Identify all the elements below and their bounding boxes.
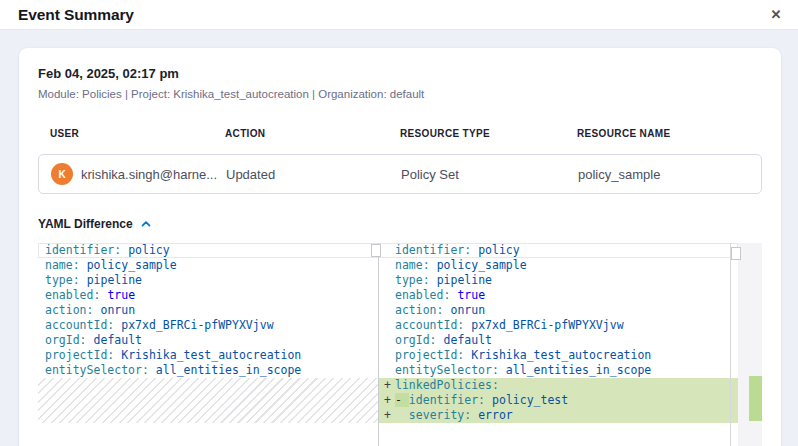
audit-table: USER ACTION RESOURCE TYPE RESOURCE NAME … (38, 128, 762, 194)
yaml-line: enabled:true (379, 288, 738, 303)
yaml-added-line: +- identifier:policy_test (379, 393, 738, 408)
column-header-action: ACTION (225, 128, 400, 139)
yaml-line: entitySelector:all_entities_in_scope (38, 363, 378, 378)
table-header-row: USER ACTION RESOURCE TYPE RESOURCE NAME (38, 128, 762, 139)
yaml-added-line: + severity:error (379, 408, 738, 423)
table-row: K krishika.singh@harne... Updated Policy… (38, 154, 762, 194)
user-avatar: K (51, 163, 73, 185)
yaml-line: identifier:policy (38, 243, 378, 258)
diff-right-pane[interactable]: identifier:policy name:policy_sample typ… (379, 243, 738, 446)
cursor-marker (371, 244, 381, 257)
resource-type-cell: Policy Set (401, 167, 578, 182)
diff-left-pane[interactable]: identifier:policy name:policy_sample typ… (38, 243, 378, 446)
event-meta: Module: Policies | Project: Krishika_tes… (38, 88, 762, 100)
yaml-difference-label: YAML Difference (38, 217, 133, 231)
yaml-line: type:pipeline (38, 273, 378, 288)
event-card: Feb 04, 2025, 02:17 pm Module: Policies … (19, 48, 781, 446)
close-icon[interactable]: ✕ (764, 3, 788, 27)
yaml-line: enabled:true (38, 288, 378, 303)
yaml-line: action:onrun (379, 303, 738, 318)
overview-ruler[interactable] (738, 243, 762, 446)
yaml-line: projectId:Krishika_test_autocreation (379, 348, 738, 363)
user-email: krishika.singh@harne... (81, 167, 217, 182)
editor-scrollbar-border (730, 243, 731, 446)
column-header-resource-name: RESOURCE NAME (577, 128, 762, 139)
yaml-line: accountId:px7xd_BFRCi-pfWPYXVjvw (379, 318, 738, 333)
cursor-marker (731, 247, 741, 260)
diff-hatch-region (38, 378, 378, 423)
yaml-line: orgId:default (38, 333, 378, 348)
yaml-line: name:policy_sample (38, 258, 378, 273)
yaml-line: name:policy_sample (379, 258, 738, 273)
yaml-line: projectId:Krishika_test_autocreation (38, 348, 378, 363)
column-header-user: USER (50, 128, 225, 139)
yaml-line: orgId:default (379, 333, 738, 348)
column-header-resource-type: RESOURCE TYPE (400, 128, 577, 139)
yaml-line: identifier:policy (379, 243, 738, 258)
resource-name-cell: policy_sample (578, 167, 761, 182)
yaml-difference-section-header: YAML Difference (38, 217, 762, 231)
user-cell: K krishika.singh@harne... (51, 163, 226, 185)
action-cell: Updated (226, 167, 401, 182)
yaml-line: accountId:px7xd_BFRCi-pfWPYXVjvw (38, 318, 378, 333)
chevron-up-icon[interactable] (140, 218, 152, 230)
yaml-line: action:onrun (38, 303, 378, 318)
yaml-diff-editor: identifier:policy name:policy_sample typ… (38, 243, 762, 446)
page-title: Event Summary (18, 6, 134, 24)
avatar-initial: K (58, 169, 65, 180)
added-region-marker (749, 376, 762, 421)
event-timestamp: Feb 04, 2025, 02:17 pm (38, 66, 762, 81)
yaml-line: type:pipeline (379, 273, 738, 288)
yaml-line: entitySelector:all_entities_in_scope (379, 363, 738, 378)
modal-body: Feb 04, 2025, 02:17 pm Module: Policies … (0, 30, 798, 446)
header-bar: Event Summary ✕ (0, 0, 798, 30)
yaml-added-line: +linkedPolicies: (379, 378, 738, 393)
